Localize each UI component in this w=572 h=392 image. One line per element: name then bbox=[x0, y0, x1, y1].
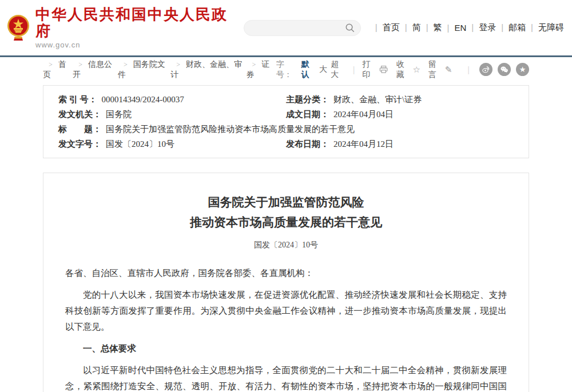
breadcrumb-link[interactable]: 信息公开 bbox=[73, 59, 118, 80]
meta-written-date-label: 成文日期： bbox=[286, 107, 329, 122]
document-meta-table: 索 引 号： 000014349/2024-00037 主题分类： 财政、金融、… bbox=[43, 85, 529, 158]
meta-topic-label: 主题分类： bbox=[286, 92, 329, 107]
meta-index-label: 索 引 号： bbox=[58, 92, 97, 107]
wechat-share-button[interactable] bbox=[498, 63, 511, 76]
pencil-icon: ✎ bbox=[445, 65, 452, 75]
share-row: ★ bbox=[479, 63, 529, 76]
font-size-default[interactable]: 默认 bbox=[301, 59, 316, 80]
print-button[interactable]: 打印 bbox=[362, 59, 388, 80]
document-paragraph: 一、总体要求 bbox=[65, 341, 507, 357]
site-title: 中华人民共和国中央人民政府 bbox=[35, 6, 244, 39]
document-body: 各省、自治区、直辖市人民政府，国务院各部委、各直属机构：党的十八大以来，我国资本… bbox=[65, 265, 507, 392]
toolbar-separator: | bbox=[467, 65, 470, 74]
document-paragraph: 以习近平新时代中国特色社会主义思想为指导，全面贯彻党的二十大和二十届二中全会精神… bbox=[65, 362, 507, 392]
document-content: 国务院关于加强监管防范风险 推动资本市场高质量发展的若干意见 国发〔2024〕1… bbox=[43, 173, 529, 392]
top-nav-link[interactable]: 登录 bbox=[466, 22, 496, 33]
top-nav-link[interactable]: 简 bbox=[400, 22, 421, 33]
top-nav-link[interactable]: 繁 bbox=[421, 22, 442, 33]
breadcrumb-link[interactable]: 证券 bbox=[246, 59, 276, 80]
top-nav-link[interactable]: 首页 bbox=[370, 22, 400, 33]
meta-title-label: 标 题： bbox=[58, 122, 101, 137]
top-nav: 首页简繁EN登录邮箱无障碍 bbox=[370, 22, 564, 33]
comment-button[interactable]: 留言 ✎ bbox=[428, 59, 452, 80]
weibo-icon bbox=[482, 65, 490, 74]
site-logo[interactable]: 中华人民共和国中央人民政府 www.gov.cn bbox=[7, 6, 244, 49]
meta-publish-date-value: 2024年04月12日 bbox=[333, 137, 394, 151]
breadcrumb-link[interactable]: 财政、金融、审计 bbox=[170, 59, 246, 80]
meta-doc-no-value: 国发〔2024〕10号 bbox=[106, 137, 174, 151]
document-title-line2: 推动资本市场高质量发展的若干意见 bbox=[65, 213, 507, 233]
star-outline-icon: ☆ bbox=[413, 65, 420, 75]
breadcrumb-link[interactable]: 首页 bbox=[43, 59, 73, 80]
top-nav-link[interactable]: 无障碍 bbox=[526, 22, 564, 33]
meta-index-value: 000014349/2024-00037 bbox=[102, 92, 184, 107]
meta-topic-value: 财政、金融、审计\证券 bbox=[333, 92, 422, 107]
top-nav-link[interactable]: EN bbox=[442, 23, 467, 33]
document-paragraph: 各省、自治区、直辖市人民政府，国务院各部委、各直属机构： bbox=[65, 265, 507, 281]
top-nav-link[interactable]: 邮箱 bbox=[496, 22, 526, 33]
weibo-share-button[interactable] bbox=[479, 63, 492, 76]
meta-row: 索 引 号： 000014349/2024-00037 主题分类： 财政、金融、… bbox=[43, 92, 529, 107]
toolbar: 首页信息公开国务院文件财政、金融、审计证券 字号： 默认 大 超大 | 打印 收… bbox=[43, 57, 529, 82]
document-title: 国务院关于加强监管防范风险 推动资本市场高质量发展的若干意见 bbox=[65, 193, 507, 233]
toolbar-separator: | bbox=[353, 65, 355, 74]
meta-doc-no-label: 发文字号： bbox=[58, 137, 101, 151]
document-number: 国发〔2024〕10号 bbox=[65, 240, 507, 250]
document-title-line1: 国务院关于加强监管防范风险 bbox=[65, 193, 507, 213]
meta-issuer-value: 国务院 bbox=[106, 107, 132, 122]
search-icon[interactable] bbox=[345, 23, 355, 33]
meta-publish-date-label: 发布日期： bbox=[286, 137, 329, 151]
wechat-icon bbox=[500, 65, 509, 74]
document-paragraph: 党的十八大以来，我国资本市场快速发展，在促进资源优化配置、推动经济快速发展和社会… bbox=[65, 287, 507, 335]
meta-issuer-label: 发文机关： bbox=[58, 107, 101, 122]
meta-written-date-value: 2024年04月04日 bbox=[333, 107, 394, 122]
printer-icon bbox=[379, 65, 388, 74]
meta-row: 标 题： 国务院关于加强监管防范风险推动资本市场高质量发展的若干意见 bbox=[43, 122, 529, 137]
font-size-xlarge[interactable]: 超大 bbox=[331, 59, 345, 80]
search-input[interactable] bbox=[252, 23, 345, 33]
meta-row: 发文字号： 国发〔2024〕10号 发布日期： 2024年04月12日 bbox=[43, 137, 529, 151]
site-url: www.gov.cn bbox=[35, 41, 244, 49]
search-box[interactable] bbox=[244, 20, 361, 36]
font-size-label: 字号： bbox=[276, 59, 298, 80]
meta-row: 发文机关： 国务院 成文日期： 2024年04月04日 bbox=[43, 107, 529, 122]
favorite-share-button[interactable]: ★ bbox=[516, 63, 529, 76]
site-header: 中华人民共和国中央人民政府 www.gov.cn 首页简繁EN登录邮箱无障碍 bbox=[0, 0, 572, 55]
breadcrumb-link[interactable]: 国务院文件 bbox=[118, 59, 170, 80]
favorite-button[interactable]: 收藏 ☆ bbox=[396, 59, 420, 80]
national-emblem-icon bbox=[7, 14, 30, 42]
meta-title-value: 国务院关于加强监管防范风险推动资本市场高质量发展的若干意见 bbox=[106, 122, 355, 137]
font-size-large[interactable]: 大 bbox=[319, 65, 327, 75]
star-badge-icon: ★ bbox=[519, 66, 526, 73]
breadcrumb: 首页信息公开国务院文件财政、金融、审计证券 bbox=[43, 59, 276, 80]
